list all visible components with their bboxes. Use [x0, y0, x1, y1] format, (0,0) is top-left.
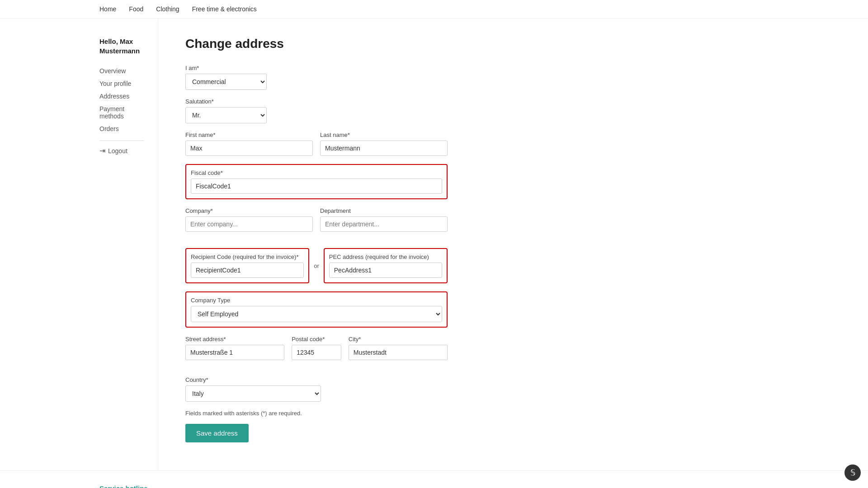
footer: Service hotline [0, 470, 868, 488]
department-field: Department [320, 207, 448, 232]
first-name-label: First name* [185, 131, 313, 138]
last-name-field: Last name* [320, 131, 448, 156]
sidebar-divider [99, 141, 144, 141]
nav-free-time[interactable]: Free time & electronics [192, 5, 257, 13]
page-title: Change address [185, 37, 448, 51]
first-name-input[interactable] [185, 141, 313, 156]
or-text: or [314, 263, 319, 269]
recipient-code-highlighted: Recipient Code (required for the invoice… [185, 248, 309, 283]
salutation-label: Salutation* [185, 98, 448, 105]
postal-code-input[interactable] [292, 345, 341, 360]
fiscal-code-input[interactable] [191, 178, 442, 194]
logout-link[interactable]: ⇥ Logout [99, 146, 144, 155]
main-content: Change address I am* Commercial Private … [158, 19, 475, 470]
first-name-field: First name* [185, 131, 313, 156]
fields-note: Fields marked with asterisks (*) are req… [185, 410, 448, 417]
top-navigation: Home Food Clothing Free time & electroni… [0, 0, 868, 19]
nav-food[interactable]: Food [129, 5, 143, 13]
city-label: City* [349, 336, 448, 343]
i-am-label: I am* [185, 65, 448, 71]
sidebar-item-addresses[interactable]: Addresses [99, 90, 144, 103]
logout-label: Logout [108, 147, 127, 155]
fiscal-code-label: Fiscal code* [191, 169, 442, 176]
company-row: Company* Department [185, 207, 448, 240]
postal-code-label: Postal code* [292, 336, 341, 343]
recipient-pec-row: Recipient Code (required for the invoice… [185, 248, 448, 283]
pec-address-label: PEC address (required for the invoice) [329, 253, 442, 260]
country-select[interactable]: Italy Germany Austria Switzerland France [185, 385, 321, 402]
sidebar-item-orders[interactable]: Orders [99, 122, 144, 135]
salutation-select[interactable]: Mr. Mrs. Ms. Dr. [185, 107, 267, 123]
shopify-icon: 𝕊 [850, 468, 855, 478]
i-am-select[interactable]: Commercial Private [185, 74, 267, 90]
last-name-input[interactable] [320, 141, 448, 156]
country-field: Country* Italy Germany Austria Switzerla… [185, 376, 448, 402]
main-layout: Hello, Max Mustermann Overview Your prof… [0, 19, 868, 470]
salutation-field: Salutation* Mr. Mrs. Ms. Dr. [185, 98, 448, 123]
sidebar-item-payment[interactable]: Payment methods [99, 103, 144, 122]
last-name-label: Last name* [320, 131, 448, 138]
recipient-code-input[interactable] [191, 263, 304, 278]
bottom-right-icon[interactable]: 𝕊 [844, 465, 861, 481]
nav-clothing[interactable]: Clothing [156, 5, 179, 13]
company-type-label: Company Type [191, 297, 442, 304]
street-input[interactable] [185, 345, 284, 360]
city-field: City* [349, 336, 448, 360]
address-row: Street address* Postal code* City* [185, 336, 448, 368]
department-input[interactable] [320, 216, 448, 232]
name-row: First name* Last name* [185, 131, 448, 164]
company-type-select[interactable]: Self Employed Limited Company Partnershi… [191, 306, 442, 322]
save-address-button[interactable]: Save address [185, 424, 249, 442]
nav-home[interactable]: Home [99, 5, 116, 13]
sidebar: Hello, Max Mustermann Overview Your prof… [0, 19, 158, 470]
user-greeting: Hello, Max Mustermann [99, 37, 144, 56]
department-label: Department [320, 207, 448, 214]
sidebar-item-overview[interactable]: Overview [99, 65, 144, 77]
street-field: Street address* [185, 336, 284, 360]
city-input[interactable] [349, 345, 448, 360]
company-type-highlighted: Company Type Self Employed Limited Compa… [185, 291, 448, 328]
street-label: Street address* [185, 336, 284, 343]
postal-code-field: Postal code* [292, 336, 341, 360]
service-hotline: Service hotline [99, 484, 148, 488]
pec-address-input[interactable] [329, 263, 442, 278]
company-input[interactable] [185, 216, 313, 232]
recipient-code-label: Recipient Code (required for the invoice… [191, 253, 304, 260]
company-label: Company* [185, 207, 313, 214]
company-field: Company* [185, 207, 313, 232]
pec-address-highlighted: PEC address (required for the invoice) [324, 248, 448, 283]
fiscal-code-highlighted: Fiscal code* [185, 164, 448, 199]
sidebar-nav: Overview Your profile Addresses Payment … [99, 65, 144, 135]
country-label: Country* [185, 376, 448, 383]
i-am-field: I am* Commercial Private [185, 65, 448, 90]
logout-icon: ⇥ [99, 146, 105, 155]
sidebar-item-profile[interactable]: Your profile [99, 77, 144, 90]
